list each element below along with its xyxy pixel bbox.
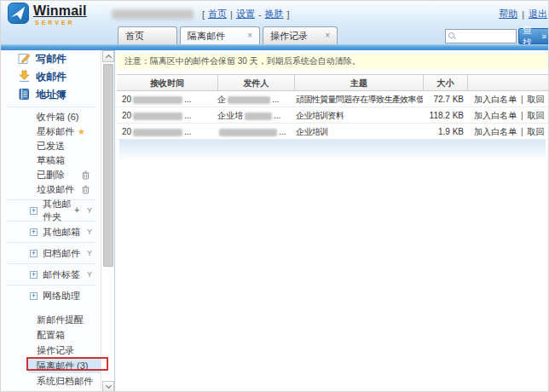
sidebar-item-label: 配置箱 xyxy=(37,329,65,342)
table-row[interactable]: 20... 企... 頑固性質量問題存在導致生產效率低下 72.7 KB 加入白… xyxy=(117,91,548,107)
sidebar-item-new-mail-alert[interactable]: 新邮件提醒 xyxy=(1,312,101,327)
sidebar-item-junk[interactable]: 垃圾邮件 xyxy=(1,182,101,197)
sidebar-item-label: 地址簿 xyxy=(36,88,66,102)
table-row[interactable]: 20... 企业培... 企业培训资料 118.2 KB 加入白名单|取回 xyxy=(117,107,548,124)
section-icons: Y xyxy=(87,250,92,257)
ellipsis: ... xyxy=(184,111,191,120)
plus-glyph: + xyxy=(32,228,36,236)
whitelist-link[interactable]: 加入白名单 xyxy=(474,127,517,136)
sidebar-item-starred[interactable]: 星标邮件 ★ xyxy=(1,124,101,139)
tab-quarantine[interactable]: 隔离邮件 × xyxy=(180,26,260,44)
expand-icon[interactable]: + xyxy=(30,228,38,236)
logout-link[interactable]: 退出 xyxy=(529,8,547,20)
sidebar-item-drafts[interactable]: 草稿箱 xyxy=(1,153,101,168)
action-separator: | xyxy=(521,95,523,104)
sidebar-item-receive[interactable]: 收邮件 xyxy=(1,68,101,86)
column-header-sender[interactable]: 发件人 xyxy=(217,75,294,90)
sidebar-section-net-assistant[interactable]: + 网络助理 xyxy=(1,288,101,303)
column-header-received-time[interactable]: 接收时间 xyxy=(117,75,217,90)
section-icons: + Y xyxy=(74,206,92,215)
sidebar-section-tags[interactable]: + 邮件标签 Y xyxy=(1,267,101,282)
sidebar-item-label: 操作记录 xyxy=(37,344,74,357)
sidebar-item-operation-log[interactable]: 操作记录 xyxy=(1,343,101,358)
retrieve-link[interactable]: 取回 xyxy=(528,111,545,120)
sidebar-item-label: 系统归档邮件 xyxy=(37,375,93,388)
top-header: Winmail SERVER [ 首页 | 设置 - 换肤 ] 帮助 | 退出 xyxy=(1,1,549,25)
close-icon[interactable]: × xyxy=(325,32,330,40)
add-folder-icon[interactable]: + xyxy=(74,206,79,215)
retrieve-link[interactable]: 取回 xyxy=(528,127,545,136)
sidebar-item-label: 新邮件提醒 xyxy=(37,314,84,326)
sidebar-item-label: 草稿箱 xyxy=(37,154,65,167)
brand-text: Winmail SERVER xyxy=(33,4,87,26)
winmail-logo-icon xyxy=(8,3,29,26)
sidebar-item-label: 收件箱 (6) xyxy=(37,111,79,124)
sidebar-item-label: 垃圾邮件 xyxy=(37,183,74,196)
nav-settings-link[interactable]: 设置 xyxy=(236,8,255,20)
close-icon[interactable]: × xyxy=(247,32,252,40)
trash-icon[interactable] xyxy=(82,170,90,180)
manage-icon[interactable]: Y xyxy=(87,228,92,236)
sidebar-item-quarantine[interactable]: 隔离邮件 (3) xyxy=(1,358,101,373)
redacted-date xyxy=(133,112,182,120)
nav-separator: | xyxy=(230,9,233,20)
sender-fragment: 企 xyxy=(217,95,226,104)
tab-home[interactable]: 首页 xyxy=(118,26,177,44)
whitelist-link[interactable]: 加入白名单 xyxy=(474,111,517,120)
table-row[interactable]: 20... ... 企业培训 1.9 KB 加入白名单|取回 xyxy=(117,124,548,140)
sidebar-section-other-folders[interactable]: + 其他邮件夹 + Y xyxy=(1,203,101,218)
sidebar-item-addressbook[interactable]: 地址簿 xyxy=(1,86,101,104)
sidebar-section-other-mailboxes[interactable]: + 其他邮箱 Y xyxy=(1,224,101,239)
expand-icon[interactable]: + xyxy=(30,271,38,279)
tab-bar: 首页 隔离邮件 × 操作记录 × 查找 » xyxy=(1,25,549,44)
scroll-down-button[interactable] xyxy=(102,381,114,392)
chevron-up-icon xyxy=(105,55,111,61)
divider xyxy=(8,263,95,264)
sidebar-section-label: 网络助理 xyxy=(43,290,80,303)
nav-home-link[interactable]: 首页 xyxy=(208,8,227,20)
nav-skin-link[interactable]: 换肤 xyxy=(265,8,284,20)
sidebar-item-inbox[interactable]: 收件箱 (6) xyxy=(1,110,101,124)
cell-subject[interactable]: 企业培训资料 xyxy=(294,107,423,123)
cell-subject[interactable]: 企业培训 xyxy=(294,124,423,139)
cell-received-time: 20... xyxy=(117,124,217,139)
whitelist-link[interactable]: 加入白名单 xyxy=(474,95,517,104)
plus-glyph: + xyxy=(32,291,36,300)
sidebar-section-archive[interactable]: + 归档邮件 Y xyxy=(1,245,101,261)
trash-icon[interactable] xyxy=(82,185,90,194)
content-area: 写邮件 收邮件 地址簿 收件箱 (6) 星标邮件 ★ 已发送 草稿 xyxy=(1,50,549,392)
sender-fragment: 企业培 xyxy=(217,111,243,120)
manage-icon[interactable]: Y xyxy=(87,207,92,215)
search-input[interactable] xyxy=(458,31,512,42)
column-header-subject[interactable]: 主题 xyxy=(294,75,423,90)
manage-icon[interactable]: Y xyxy=(87,250,92,257)
action-separator: | xyxy=(521,127,523,136)
sidebar-item-config-box[interactable]: 配置箱 xyxy=(1,327,101,343)
cell-subject[interactable]: 頑固性質量問題存在導致生產效率低下 xyxy=(294,91,423,107)
cell-actions: 加入白名单|取回 xyxy=(467,124,548,139)
sidebar-item-deleted[interactable]: 已删除 xyxy=(1,168,101,182)
redacted-sender xyxy=(245,112,272,120)
scrollbar-thumb[interactable] xyxy=(103,64,113,267)
retrieve-link[interactable]: 取回 xyxy=(528,95,545,104)
sidebar-item-system-archive[interactable]: 系统归档邮件 xyxy=(1,373,101,389)
date-fragment: 20 xyxy=(122,95,131,104)
ellipsis: ... xyxy=(279,127,286,136)
tab-label: 操作记录 xyxy=(270,30,308,43)
manage-icon[interactable]: Y xyxy=(87,271,92,279)
ellipsis: ... xyxy=(272,95,279,104)
scroll-up-button[interactable] xyxy=(102,50,114,62)
section-icons: Y xyxy=(87,228,92,236)
sidebar-item-compose[interactable]: 写邮件 xyxy=(1,50,101,68)
help-link[interactable]: 帮助 xyxy=(499,8,517,20)
sidebar-item-sent[interactable]: 已发送 xyxy=(1,139,101,153)
sidebar-scrollbar[interactable] xyxy=(101,50,114,392)
expand-icon[interactable]: + xyxy=(30,292,38,300)
column-header-size[interactable]: 大小 xyxy=(423,75,467,90)
expand-icon[interactable]: + xyxy=(30,250,38,257)
date-fragment: 20 xyxy=(122,111,131,120)
search-button[interactable]: 查找 » xyxy=(518,28,549,44)
sidebar-section-label: 其他邮箱 xyxy=(43,226,80,239)
tab-operation-log[interactable]: 操作记录 × xyxy=(263,26,338,44)
expand-icon[interactable]: + xyxy=(30,207,38,215)
